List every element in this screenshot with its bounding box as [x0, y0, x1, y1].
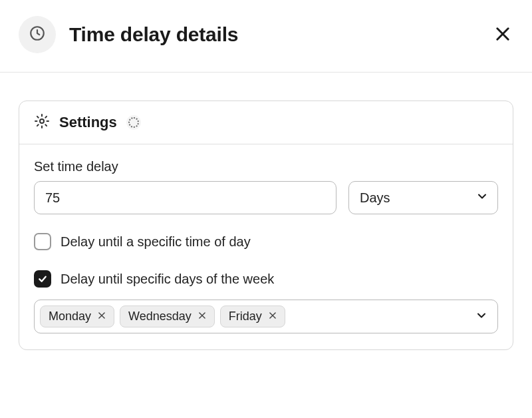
loading-spinner-icon — [126, 115, 141, 130]
close-icon — [268, 311, 277, 322]
tag-label: Wednesday — [128, 310, 192, 323]
dialog-title: Time delay details — [69, 23, 479, 46]
days-multiselect[interactable]: Monday Wednesday F — [34, 300, 498, 333]
delay-label: Set time delay — [34, 159, 498, 174]
day-tag-friday: Friday — [220, 306, 285, 327]
day-tag-monday: Monday — [40, 306, 114, 327]
settings-title: Settings — [59, 114, 117, 131]
time-of-day-row: Delay until a specific time of day — [34, 233, 498, 250]
tag-label: Monday — [49, 310, 91, 323]
close-icon — [97, 311, 106, 322]
dialog-body: Settings Set time delay Days — [0, 73, 532, 378]
dialog-header: Time delay details — [0, 0, 532, 73]
days-of-week-checkbox[interactable] — [34, 270, 51, 288]
settings-card-header: Settings — [19, 101, 513, 144]
delay-input-row: Days — [34, 181, 498, 214]
chevron-down-icon — [475, 309, 488, 325]
settings-card-body: Set time delay Days Delay until a spe — [19, 144, 513, 349]
remove-tag-button[interactable] — [267, 312, 278, 322]
delay-unit-select[interactable]: Days — [348, 181, 498, 214]
days-of-week-row: Delay until specific days of the week — [34, 270, 498, 288]
remove-tag-button[interactable] — [96, 312, 107, 322]
close-icon — [493, 25, 512, 45]
settings-card: Settings Set time delay Days — [19, 101, 513, 350]
delay-unit-select-wrap: Days — [348, 181, 498, 214]
close-button[interactable] — [492, 24, 513, 45]
clock-icon — [29, 25, 46, 45]
days-of-week-label: Delay until specific days of the week — [61, 272, 274, 287]
time-of-day-label: Delay until a specific time of day — [61, 234, 251, 250]
close-icon — [198, 311, 207, 322]
clock-icon-wrap — [19, 16, 56, 53]
gear-icon — [34, 113, 50, 132]
svg-point-1 — [40, 119, 44, 123]
day-tag-wednesday: Wednesday — [120, 306, 215, 327]
tag-label: Friday — [229, 310, 262, 323]
time-of-day-checkbox[interactable] — [34, 233, 51, 250]
delay-value-input[interactable] — [34, 181, 336, 214]
remove-tag-button[interactable] — [197, 312, 207, 322]
